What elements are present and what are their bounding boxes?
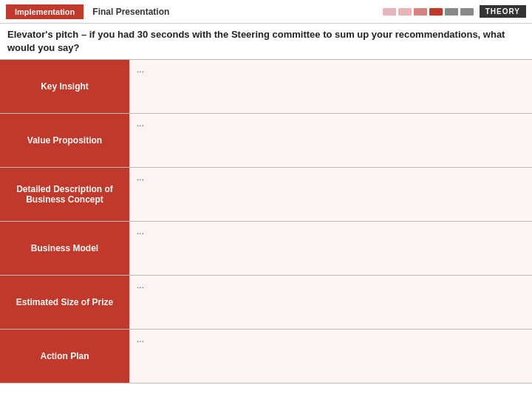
final-presentation-tab[interactable]: Final Presentation: [92, 7, 169, 17]
table-row: Detailed Description of Business Concept…: [0, 168, 532, 222]
progress-dot-1: [398, 8, 412, 16]
row-content-1[interactable]: ...: [129, 114, 532, 167]
progress-dot-2: [414, 8, 427, 16]
row-label-1: Value Proposition: [0, 114, 129, 167]
row-label-2: Detailed Description of Business Concept: [0, 168, 129, 221]
row-content-5[interactable]: ...: [129, 330, 532, 383]
row-label-3: Business Model: [0, 222, 129, 275]
table-row: Key Insight...: [0, 60, 532, 114]
row-content-2[interactable]: ...: [129, 168, 532, 221]
row-content-3[interactable]: ...: [129, 222, 532, 275]
header-bar: Implementation Final Presentation THEORY: [0, 0, 532, 24]
implementation-tab[interactable]: Implementation: [6, 4, 83, 19]
table-row: Value Proposition...: [0, 114, 532, 168]
intro-text: Elevator's pitch – if you had 30 seconds…: [0, 24, 532, 60]
progress-dots: [383, 8, 474, 16]
row-label-0: Key Insight: [0, 60, 129, 113]
table-row: Estimated Size of Prize...: [0, 276, 532, 330]
progress-dot-4: [445, 8, 458, 16]
elevator-pitch-table: Key Insight...Value Proposition...Detail…: [0, 60, 532, 383]
progress-dot-3: [429, 8, 443, 16]
row-content-0[interactable]: ...: [129, 60, 532, 113]
theory-badge: THEORY: [480, 5, 526, 18]
table-row: Business Model...: [0, 222, 532, 276]
row-label-4: Estimated Size of Prize: [0, 276, 129, 329]
row-content-4[interactable]: ...: [129, 276, 532, 329]
progress-dot-0: [383, 8, 396, 16]
row-label-5: Action Plan: [0, 330, 129, 383]
progress-dot-5: [460, 8, 474, 16]
table-row: Action Plan...: [0, 330, 532, 383]
